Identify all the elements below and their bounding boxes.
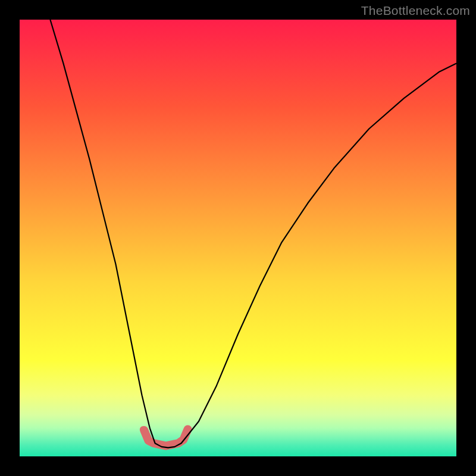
chart-svg: [20, 20, 456, 456]
watermark-text: TheBottleneck.com: [361, 4, 470, 18]
plot-area: [20, 20, 456, 456]
chart-frame: TheBottleneck.com: [0, 0, 476, 476]
gradient-background: [20, 20, 456, 456]
